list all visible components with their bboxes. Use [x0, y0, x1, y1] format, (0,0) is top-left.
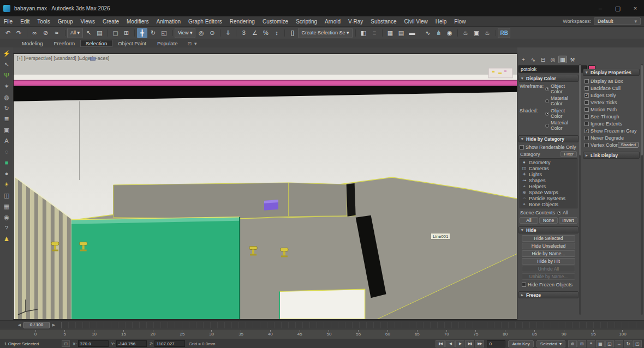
display-property-row[interactable]: Motion Path: [585, 106, 638, 112]
checkbox-icon[interactable]: [585, 93, 589, 98]
sun-icon[interactable]: ☀: [2, 180, 11, 189]
undo-icon[interactable]: ↶: [3, 28, 13, 38]
go-to-start-icon[interactable]: ▮◀: [436, 340, 445, 347]
time-slider-handle[interactable]: 0 / 100: [23, 322, 50, 328]
edit-named-selections-icon[interactable]: {}: [287, 28, 297, 38]
angle-snap-icon[interactable]: ∠: [249, 28, 260, 38]
maximize-button[interactable]: ▢: [609, 0, 627, 16]
category-list-item[interactable]: ● Geometry: [520, 159, 577, 165]
menu-item[interactable]: Modifiers: [123, 19, 153, 25]
star-icon[interactable]: ✶: [2, 82, 11, 91]
distant-object[interactable]: [488, 68, 512, 78]
display-property-row[interactable]: Never Degrade: [585, 135, 638, 141]
pan-icon[interactable]: ↔: [615, 340, 623, 347]
pawn-icon[interactable]: ♟: [2, 235, 11, 243]
zoom-extents-icon[interactable]: ⌖: [587, 340, 595, 347]
category-list-item[interactable]: ∴ Particle Systems: [520, 195, 577, 201]
display-property-row[interactable]: Backface Cull: [585, 85, 638, 91]
show-renderable-only-checkbox[interactable]: Show Renderable Only: [520, 144, 577, 150]
filter-button[interactable]: Filter: [560, 151, 577, 157]
wireframe-object-color-radio[interactable]: Object Color: [545, 83, 577, 94]
cube-icon[interactable]: ■: [2, 158, 11, 167]
menu-item[interactable]: Views: [77, 19, 99, 25]
checkbox-icon[interactable]: [585, 86, 589, 91]
display-property-row[interactable]: Edges Only: [585, 92, 638, 98]
target-icon[interactable]: ◉: [2, 213, 11, 221]
reference-coordinate-dropdown[interactable]: View ▾: [175, 28, 195, 38]
ring-icon[interactable]: ◌: [2, 147, 11, 156]
use-pivot-center-icon[interactable]: ◎: [196, 28, 206, 38]
redo-icon[interactable]: ↷: [14, 28, 24, 38]
bind-to-space-warp-icon[interactable]: ≈: [51, 28, 62, 38]
align-icon[interactable]: ≡: [369, 28, 379, 38]
menu-item[interactable]: Arnold: [321, 19, 344, 25]
modify-tab-icon[interactable]: ∿: [529, 56, 538, 63]
checkbox-icon[interactable]: [522, 283, 526, 287]
orbit-icon[interactable]: ↻: [624, 340, 633, 347]
perspective-viewport[interactable]: [+] [Perspective] [Standard] [Edged Face…: [13, 53, 517, 320]
selection-filter-dropdown[interactable]: All ▾: [67, 28, 83, 38]
field-of-view-icon[interactable]: ◱: [605, 340, 614, 347]
utilities-tab-icon[interactable]: ⚒: [568, 56, 577, 63]
shaded-material-color-radio[interactable]: Material Color: [545, 120, 577, 131]
display-property-row[interactable]: Show Frozen in Gray: [585, 128, 638, 134]
menu-item[interactable]: Edit: [16, 19, 33, 25]
schematic-view-icon[interactable]: ⋔: [433, 28, 444, 38]
green-floor[interactable]: [71, 217, 240, 319]
selection-lock-icon[interactable]: ⊡: [62, 340, 70, 347]
display-property-row[interactable]: Ignore Extents: [585, 121, 638, 127]
unhide-all-button[interactable]: Unhide All: [522, 266, 575, 272]
hide-selected-button[interactable]: Hide Selected: [522, 235, 575, 242]
window-crossing-icon[interactable]: ⊞: [121, 28, 132, 38]
checkbox-icon[interactable]: [585, 100, 589, 105]
zoom-all-icon[interactable]: ⊞: [577, 340, 586, 347]
next-frame-icon[interactable]: ▶▮: [465, 340, 474, 347]
circle-dot-icon[interactable]: ◍: [2, 93, 11, 101]
hide-unselected-button[interactable]: Hide Unselected: [522, 243, 575, 249]
letter-a-icon[interactable]: A: [2, 136, 11, 145]
menu-item[interactable]: Civil View: [401, 19, 432, 25]
toggle-ribbon-icon[interactable]: ▬: [407, 28, 417, 38]
current-frame-field[interactable]: 0: [487, 340, 505, 347]
toggle-scene-explorer-icon[interactable]: ▦: [385, 28, 395, 38]
wireframe-material-color-radio[interactable]: Material Color: [545, 95, 577, 106]
list-icon[interactable]: ≣: [2, 115, 11, 123]
close-button[interactable]: ×: [627, 0, 644, 16]
object-name-field[interactable]: [518, 65, 587, 73]
category-list-item[interactable]: ◫ Cameras: [520, 165, 577, 171]
display-property-row[interactable]: Display as Box: [585, 78, 638, 84]
checkbox-icon[interactable]: [585, 136, 589, 140]
previous-frame-arrow[interactable]: ◀: [16, 323, 22, 327]
timeline-ruler[interactable]: 0510152025303540455055606570758085909510…: [0, 329, 644, 339]
display-properties-header[interactable]: Display Properties: [583, 69, 640, 76]
category-list-item[interactable]: ☀ Lights: [520, 171, 577, 177]
menu-item[interactable]: Graph Editors: [184, 19, 226, 25]
workspace-dropdown[interactable]: Default ▾: [594, 17, 641, 25]
inner-room-left[interactable]: [114, 183, 289, 219]
menu-item[interactable]: Substance: [367, 19, 400, 25]
category-list-item[interactable]: ↝ Shapes: [520, 177, 577, 183]
selection-region-icon[interactable]: ▢: [110, 28, 121, 38]
select-and-rotate-icon[interactable]: ↻: [148, 28, 158, 38]
track-bar-track[interactable]: [61, 322, 639, 328]
toggle-layer-explorer-icon[interactable]: ▤: [396, 28, 406, 38]
zoom-icon[interactable]: ⊕: [568, 340, 577, 347]
ribbon-tab[interactable]: Freeform: [49, 40, 81, 47]
inner-room-right[interactable]: [289, 183, 347, 217]
select-and-scale-icon[interactable]: ◱: [159, 28, 169, 38]
spinner-snap-icon[interactable]: ↕: [271, 28, 282, 38]
freeze-header[interactable]: Freeze: [518, 291, 579, 298]
category-none-button[interactable]: None: [539, 217, 558, 224]
select-and-link-icon[interactable]: ∞: [29, 28, 40, 38]
hide-by-name-button[interactable]: Hide by Name...: [522, 250, 575, 257]
percent-snap-icon[interactable]: %: [260, 28, 271, 38]
checkbox-icon[interactable]: [585, 115, 589, 119]
menu-item[interactable]: V-Ray: [344, 19, 367, 25]
rb-button[interactable]: RB: [498, 28, 510, 38]
trident-icon[interactable]: Ψ: [2, 71, 11, 80]
curve-editor-icon[interactable]: ∿: [422, 28, 433, 38]
display-tab-icon[interactable]: ▥: [558, 56, 567, 63]
minimize-button[interactable]: –: [592, 0, 609, 16]
material-editor-icon[interactable]: ◉: [444, 28, 455, 38]
panel-scrollbar[interactable]: [579, 64, 581, 315]
